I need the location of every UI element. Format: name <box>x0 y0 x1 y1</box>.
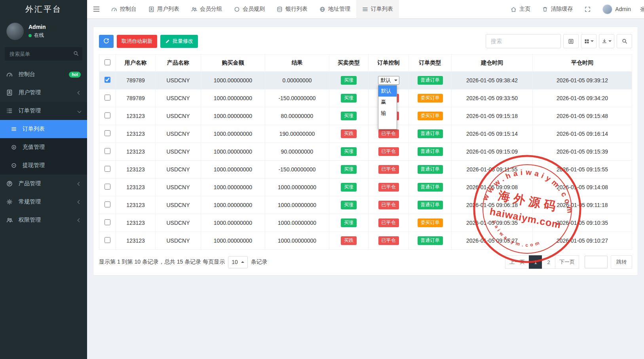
menu-search-input[interactable] <box>5 47 82 61</box>
row-checkbox[interactable] <box>104 201 110 207</box>
sidebar-user-panel: Admin 在线 <box>0 19 87 45</box>
row-checkbox[interactable] <box>104 77 110 83</box>
order-control-badge[interactable]: 已平仓 <box>378 236 399 245</box>
cell-user: 123123 <box>116 196 156 214</box>
cell-product: USDCNY <box>156 232 201 250</box>
buy-type-badge: 买涨 <box>341 165 357 173</box>
topnav-item-member-rules[interactable]: 会员规则 <box>228 0 271 19</box>
table-row[interactable]: 123123 USDCNY 1000.00000000 190.00000000… <box>99 125 632 143</box>
cell-amount: 1000.00000000 <box>201 89 265 107</box>
order-control-badge[interactable]: 已平仓 <box>378 183 399 191</box>
row-checkbox[interactable] <box>104 112 110 118</box>
cell-order-type: 普通订单 <box>409 125 452 143</box>
table-row[interactable]: 123123 USDCNY 1000.00000000 1000.0000000… <box>99 179 632 196</box>
topnav-item-bank-list[interactable]: 银行列表 <box>271 0 313 19</box>
topnav-item-address-management[interactable]: 地址管理 <box>313 0 356 19</box>
row-checkbox[interactable] <box>104 237 110 243</box>
table-row[interactable]: 123123 USDCNY 1000.00000000 1000.0000000… <box>99 232 632 250</box>
sidebar-item-order-management[interactable]: 订单管理 <box>0 102 87 120</box>
option-win[interactable]: 赢 <box>378 97 397 108</box>
topnav-item-user-list[interactable]: 用户列表 <box>142 0 185 19</box>
sidebar-item-user-management[interactable]: 用户管理 <box>0 84 87 102</box>
cell-open-time: 2026-01-05 09:33:50 <box>452 89 533 107</box>
avatar[interactable] <box>6 23 24 40</box>
sidebar-item-permission-management[interactable]: 权限管理 <box>0 211 87 229</box>
table-row[interactable]: 789789 USDCNY 1000.00000000 0.00000000 买… <box>99 72 632 89</box>
sidebar-item-product-management[interactable]: 产品管理 <box>0 175 87 193</box>
option-lose[interactable]: 输 <box>378 108 397 119</box>
cell-order-control: 已平仓 <box>369 179 409 196</box>
sidebar-item-general-management[interactable]: 常规管理 <box>0 193 87 211</box>
topnav-item-member-group[interactable]: 会员分组 <box>185 0 228 19</box>
next-page-button[interactable]: 下一页 <box>555 255 579 269</box>
columns-toggle-button[interactable] <box>581 34 597 48</box>
user-icon <box>148 6 154 12</box>
refresh-button[interactable] <box>99 35 114 48</box>
fullscreen-button[interactable] <box>579 0 597 19</box>
batch-edit-button[interactable]: 批量修改 <box>160 35 198 48</box>
order-control-badge[interactable]: 已平仓 <box>378 165 399 173</box>
user-icon <box>6 89 16 96</box>
table-row[interactable]: 789789 USDCNY 1000.00000000 -150.0000000… <box>99 89 632 107</box>
database-icon <box>277 6 283 12</box>
sidebar-search <box>5 47 82 61</box>
row-checkbox[interactable] <box>104 95 110 101</box>
order-control-badge[interactable]: 已平仓 <box>378 201 399 209</box>
order-control-badge[interactable]: 已平仓 <box>378 218 399 227</box>
jump-page-input[interactable] <box>585 256 608 268</box>
cancel-auto-refresh-button[interactable]: 取消自动刷新 <box>117 35 157 48</box>
page-button-2[interactable]: 2 <box>542 255 555 269</box>
records-suffix: 条记录 <box>251 258 268 266</box>
table-row[interactable]: 123123 USDCNY 1000.00000000 1000.0000000… <box>99 196 632 214</box>
cell-open-time: 2026-01-05 09:15:14 <box>452 125 533 143</box>
topnav-item-label: 会员分组 <box>200 6 222 13</box>
page-size-select[interactable]: 10 <box>228 256 248 268</box>
order-control-badge[interactable]: 已平仓 <box>378 147 399 156</box>
order-control-select[interactable]: 默认 默认 赢 输 <box>378 76 399 85</box>
cell-result: -150.00000000 <box>265 161 329 179</box>
order-control-badge[interactable]: 已平仓 <box>378 129 399 138</box>
table-search-input[interactable] <box>486 34 561 48</box>
trash-icon <box>542 6 548 12</box>
table-row[interactable]: 123123 USDCNY 1000.00000000 1000.0000000… <box>99 214 632 232</box>
cell-checkbox <box>99 89 116 107</box>
row-checkbox[interactable] <box>104 166 110 172</box>
sidebar-item-withdraw[interactable]: 提现管理 <box>0 156 87 175</box>
row-checkbox[interactable] <box>104 219 110 225</box>
row-checkbox[interactable] <box>104 130 110 136</box>
table-footer: 显示第 1 到第 10 条记录，总共 15 条记录 每页显示 10 条记录 上一… <box>99 255 632 269</box>
option-default[interactable]: 默认 <box>378 85 397 97</box>
cell-amount: 1000.00000000 <box>201 161 265 179</box>
admin-menu[interactable]: Admin <box>597 0 637 19</box>
prev-page-button[interactable]: 上一页 <box>505 255 529 269</box>
sidebar-item-recharge[interactable]: 充值管理 <box>0 138 87 156</box>
cell-user: 123123 <box>116 214 156 232</box>
main-area: 控制台 用户列表 会员分组 会员规则 银行列表 地址管理 订单列表 <box>87 0 644 359</box>
home-button[interactable]: 主页 <box>505 0 536 19</box>
search-toggle-button[interactable] <box>617 34 632 48</box>
cell-close-time: 2026-01-05 09:34:20 <box>533 89 632 107</box>
table-row[interactable]: 123123 USDCNY 1000.00000000 -150.0000000… <box>99 161 632 179</box>
row-checkbox[interactable] <box>104 148 110 154</box>
hamburger-icon[interactable] <box>87 0 105 19</box>
order-submenu: 订单列表 充值管理 提现管理 <box>0 120 87 175</box>
gear-icon[interactable] <box>637 6 644 13</box>
order-control-select-box[interactable]: 默认 <box>378 76 399 85</box>
select-all-checkbox[interactable] <box>104 59 110 65</box>
table-row[interactable]: 123123 USDCNY 1000.00000000 90.00000000 … <box>99 143 632 161</box>
row-checkbox[interactable] <box>104 184 110 190</box>
sidebar-item-order-list[interactable]: 订单列表 <box>0 120 87 138</box>
table-row[interactable]: 123123 USDCNY 1000.00000000 80.00000000 … <box>99 107 632 125</box>
cell-user: 789789 <box>116 89 156 107</box>
export-button[interactable] <box>599 34 614 48</box>
topnav-item-dashboard[interactable]: 控制台 <box>105 0 142 19</box>
jump-button[interactable]: 跳转 <box>611 255 632 269</box>
page-button-1[interactable]: 1 <box>529 255 542 269</box>
clear-cache-button[interactable]: 清除缓存 <box>536 0 579 19</box>
sidebar-item-dashboard[interactable]: 控制台 hot <box>0 65 87 84</box>
column-header: 结果 <box>265 55 329 72</box>
cell-checkbox <box>99 107 116 125</box>
search-icon <box>622 38 627 44</box>
detail-view-button[interactable] <box>563 34 579 48</box>
topnav-item-order-list[interactable]: 订单列表 <box>356 0 399 19</box>
